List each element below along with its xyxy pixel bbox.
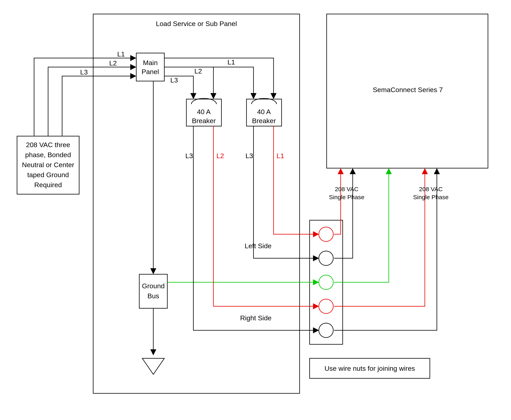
label-l2-in: L2 <box>109 59 117 67</box>
label-right-side: Right Side <box>240 314 271 322</box>
terminal-5 <box>319 323 333 338</box>
label-l3-mid: L3 <box>170 76 178 84</box>
breaker-left-l1: 40 A <box>197 108 211 115</box>
main-panel-l1: Main <box>143 59 158 67</box>
terminal-2 <box>319 251 333 265</box>
wire-t4-to-dev <box>334 200 425 306</box>
breaker-right-l2: Breaker <box>252 117 276 125</box>
phase2-l2: Single Phase <box>413 194 449 200</box>
label-bl-l2: L2 <box>217 152 224 159</box>
wire-panel-l3 <box>164 76 193 98</box>
wire-source-l2 <box>48 67 135 136</box>
wire-t5-to-dev <box>334 200 437 330</box>
load-panel-title: Load Service or Sub Panel <box>156 20 237 27</box>
wiring-diagram: Load Service or Sub Panel 208 VAC three … <box>0 0 511 420</box>
source-line-3: Neutral or Center <box>22 161 74 169</box>
label-l3-in: L3 <box>80 68 88 76</box>
breaker-right-l1: 40 A <box>257 108 271 115</box>
ground-bus-l2: Bus <box>147 292 159 300</box>
source-line-5: Required <box>34 181 62 188</box>
label-br-l1: L1 <box>277 152 284 159</box>
label-br-l3: L3 <box>246 152 253 159</box>
semaconnect-label: SemaConnect Series 7 <box>373 86 443 93</box>
breaker-left-l2: Breaker <box>192 117 216 125</box>
source-line-4: taped Ground <box>27 171 69 179</box>
wire-bl-l2-to-t4 <box>213 159 318 306</box>
label-l1-in: L1 <box>117 50 125 58</box>
terminal-4 <box>319 299 333 314</box>
wire-t2-to-dev <box>334 200 353 258</box>
wire-br-l1-to-t1 <box>273 159 318 234</box>
wire-source-l3 <box>62 76 135 136</box>
label-bl-l3: L3 <box>185 152 193 159</box>
wire-t3-to-dev <box>334 200 389 282</box>
ground-bus-l1: Ground <box>142 282 164 290</box>
label-l1-mid: L1 <box>227 58 235 66</box>
label-l2-mid: L2 <box>194 67 202 75</box>
phase1-l1: 208 VAC <box>335 186 358 192</box>
notes-text: Use wire nuts for joining wires <box>325 365 415 372</box>
earth-symbol-icon <box>142 358 164 374</box>
wire-t1-to-dev <box>334 200 341 234</box>
main-panel <box>136 53 164 81</box>
terminal-1 <box>319 227 333 241</box>
phase2-l1: 208 VAC <box>419 186 443 192</box>
phase1-l2: Single Phase <box>329 194 364 200</box>
source-line-1: 208 VAC three <box>26 141 70 149</box>
label-left-side: Left Side <box>245 242 271 250</box>
main-panel-l2: Panel <box>142 68 159 75</box>
ground-bus <box>139 274 167 308</box>
terminal-3 <box>319 275 333 289</box>
source-line-2: phase, Bonded <box>25 151 71 158</box>
wire-panel-l1 <box>164 58 273 98</box>
